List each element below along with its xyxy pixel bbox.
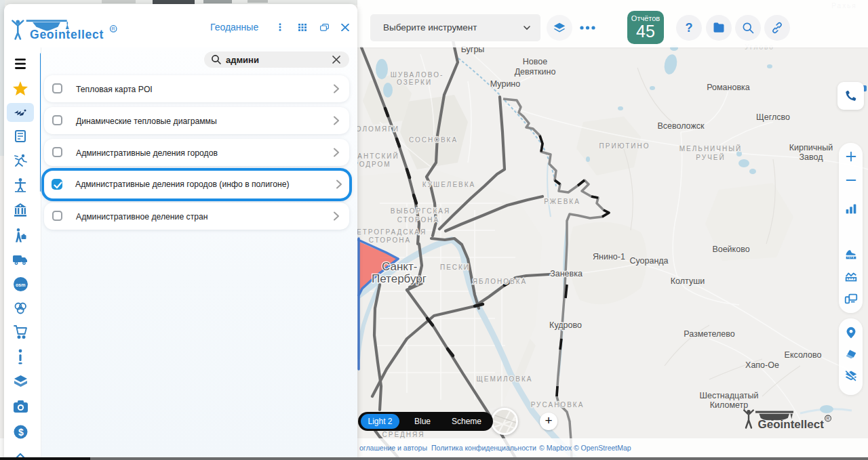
svg-text:ПЕСКИ: ПЕСКИ: [440, 264, 470, 271]
svg-text:Разметелево: Разметелево: [684, 329, 734, 339]
svg-text:РОДРОМ: РОДРОМ: [353, 161, 391, 168]
svg-text:$: $: [18, 427, 24, 438]
svg-text:КУШЕЛЕВКА: КУШЕЛЕВКА: [422, 181, 476, 188]
svg-text:Щеглсво: Щеглсво: [756, 112, 790, 122]
svg-text:Ексолово: Ексолово: [785, 350, 822, 360]
svg-text:ПРИЮТИНО: ПРИЮТИНО: [599, 142, 650, 150]
svg-text:Завод: Завод: [800, 152, 824, 162]
svg-text:РУСАНОВКА: РУСАНОВКА: [531, 401, 585, 409]
svg-text:СРЕДНЯЯ: СРЕДНЯЯ: [382, 431, 425, 438]
svg-text:Geointellect: Geointellect: [758, 418, 825, 431]
svg-text:Петербург: Петербург: [372, 272, 427, 285]
svg-text:РЖЕВКА: РЖЕВКА: [544, 198, 580, 205]
svg-text:Шестнадцатый: Шестнадцатый: [699, 391, 758, 400]
svg-text:Янино-1: Янино-1: [593, 252, 625, 262]
svg-text:Новое: Новое: [523, 57, 547, 66]
svg-text:R: R: [827, 416, 830, 421]
svg-text:Всеволожск: Всеволожск: [657, 121, 705, 131]
svg-text:Заневка: Заневка: [550, 269, 583, 278]
svg-text:osm: osm: [16, 283, 25, 287]
svg-text:ВЫБОРГСКАЯ: ВЫБОРГСКАЯ: [391, 207, 450, 215]
svg-text:Воейково: Воейково: [712, 245, 749, 254]
svg-text:ПЕТРОГРАДСКАЯ: ПЕТРОГРАДСКАЯ: [351, 228, 427, 236]
svg-text:Романовка: Романовка: [707, 83, 750, 92]
svg-text:ЩЕМИЛОВКА: ЩЕМИЛОВКА: [476, 375, 532, 383]
svg-text:ШУВАЛОВО-: ШУВАЛОВО-: [391, 71, 444, 79]
svg-text:ОЗЕРКИ: ОЗЕРКИ: [397, 79, 432, 86]
svg-text:Geointellect: Geointellect: [30, 28, 104, 41]
svg-text:Колтуши: Колтуши: [671, 276, 705, 286]
svg-text:СТОРОНА: СТОРОНА: [369, 236, 411, 244]
svg-text:СОСНОВКА: СОСНОВКА: [409, 136, 458, 144]
svg-text:СТОРОНА: СТОРОНА: [397, 216, 439, 224]
svg-text:КОЛОМЯГИ: КОЛОМЯГИ: [351, 125, 399, 133]
svg-text:Девяткино: Девяткино: [515, 67, 556, 77]
svg-text:РУЧЕЙ: РУЧЕЙ: [696, 153, 725, 161]
svg-text:Кудрово: Кудрово: [549, 320, 582, 330]
svg-text:R: R: [111, 26, 115, 32]
svg-text:Суоранда: Суоранда: [629, 256, 668, 266]
svg-text:Мурино: Мурино: [490, 79, 521, 89]
svg-text:Кирпичный: Кирпичный: [789, 143, 833, 152]
svg-text:МЕЛЬНИЧНЫЙ: МЕЛЬНИЧНЫЙ: [679, 144, 742, 152]
svg-text:ЯБЛОНОВКА: ЯБЛОНОВКА: [473, 278, 527, 285]
svg-text:Хапо-Ое: Хапо-Ое: [745, 360, 779, 370]
svg-text:Санкт-: Санкт-: [382, 260, 417, 273]
